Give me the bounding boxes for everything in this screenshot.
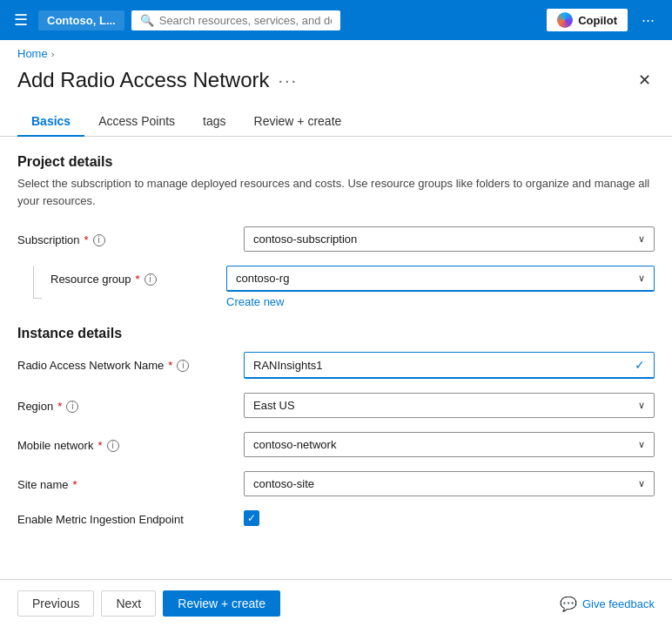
instance-details-section: Instance details Radio Access Network Na… [17, 326, 655, 526]
next-button[interactable]: Next [101, 590, 156, 617]
tab-basics[interactable]: Basics [17, 107, 84, 137]
subscription-required: * [84, 233, 89, 246]
site-name-dropdown[interactable]: contoso-site ∨ [244, 471, 655, 496]
resource-group-value: contoso-rg [236, 272, 289, 285]
ran-name-dropdown-control: RANInsights1 ✓ [244, 352, 655, 379]
metric-ingestion-checkbox[interactable]: ✓ [244, 510, 259, 526]
rg-info-icon[interactable]: i [144, 273, 157, 286]
mobile-network-label: Mobile network * i [17, 432, 244, 452]
tab-bar: Basics Access Points tags Review + creat… [0, 93, 672, 137]
instance-details-title: Instance details [17, 326, 655, 341]
search-bar[interactable]: 🔍 [131, 10, 341, 30]
region-dropdown-control: East US ∨ [244, 393, 655, 418]
subscription-label: Subscription * i [17, 226, 244, 246]
mobile-network-info-icon[interactable]: i [107, 440, 119, 452]
close-icon[interactable]: ✕ [635, 67, 655, 93]
subscription-field-row: Subscription * i contoso-subscription ∨ [17, 226, 655, 252]
metric-ingestion-checkbox-wrapper: ✓ [244, 510, 259, 526]
give-feedback-label: Give feedback [582, 597, 655, 610]
page-title-more-icon[interactable]: ··· [278, 71, 298, 91]
breadcrumb: Home › [0, 40, 672, 64]
rg-v-line-2 [33, 283, 34, 299]
rg-dropdown-arrow: ∨ [638, 273, 645, 284]
resource-group-label: Resource group * i [49, 266, 226, 286]
site-name-required: * [73, 478, 77, 491]
previous-button[interactable]: Previous [17, 590, 94, 617]
top-bar-more-icon[interactable]: ··· [635, 8, 662, 33]
tab-review-create[interactable]: Review + create [240, 107, 356, 137]
rg-h-line [34, 298, 42, 299]
region-label: Region * i [17, 393, 244, 413]
mobile-network-dropdown-control: contoso-network ∨ [244, 432, 655, 457]
region-dropdown[interactable]: East US ∨ [244, 393, 655, 418]
mobile-network-required: * [97, 439, 102, 452]
region-required: * [57, 400, 62, 413]
mobile-network-dropdown-arrow: ∨ [638, 439, 645, 450]
region-info-icon[interactable]: i [66, 401, 78, 413]
region-dropdown-arrow: ∨ [638, 400, 645, 411]
subscription-dropdown-control: contoso-subscription ∨ [244, 226, 655, 252]
bottom-bar: Previous Next Review + create 💬 Give fee… [0, 579, 672, 627]
site-name-value: contoso-site [253, 477, 314, 490]
give-feedback-icon: 💬 [560, 596, 577, 612]
region-value: East US [253, 399, 295, 412]
rg-corner [24, 283, 42, 299]
resource-group-dropdown[interactable]: contoso-rg ∨ [226, 266, 655, 292]
page-title-row: Add Radio Access Network ··· [17, 68, 298, 92]
tab-tags[interactable]: tags [189, 107, 239, 137]
search-input[interactable] [159, 14, 333, 27]
copilot-button[interactable]: Copilot [547, 9, 628, 31]
subscription-dropdown-arrow: ∨ [638, 233, 645, 245]
metric-ingestion-row: Enable Metric Ingestion Endpoint ✓ [17, 510, 655, 526]
top-nav-bar: ☰ Contoso, L... 🔍 Copilot ··· [0, 0, 672, 40]
subscription-dropdown[interactable]: contoso-subscription ∨ [244, 226, 655, 252]
ran-name-label: Radio Access Network Name * i [17, 352, 244, 372]
region-field-row: Region * i East US ∨ [17, 393, 655, 418]
create-new-link[interactable]: Create new [226, 295, 284, 308]
page-title: Add Radio Access Network [17, 68, 269, 92]
copilot-logo-icon [557, 12, 573, 28]
rg-indent-area: Resource group * i [17, 266, 226, 299]
ran-name-required: * [168, 359, 172, 372]
mobile-network-dropdown[interactable]: contoso-network ∨ [244, 432, 655, 457]
rg-v-line [33, 266, 34, 283]
checkbox-check-icon: ✓ [247, 512, 256, 524]
rg-indent-lines [24, 266, 42, 299]
ran-name-dropdown[interactable]: RANInsights1 ✓ [244, 352, 655, 379]
search-icon: 🔍 [140, 14, 154, 27]
ran-name-field-row: Radio Access Network Name * i RANInsight… [17, 352, 655, 379]
mobile-network-field-row: Mobile network * i contoso-network ∨ [17, 432, 655, 457]
resource-group-dropdown-control: contoso-rg ∨ Create new [226, 266, 655, 308]
ran-name-info-icon[interactable]: i [177, 360, 189, 372]
hamburger-icon[interactable]: ☰ [10, 7, 31, 33]
mobile-network-value: contoso-network [253, 438, 336, 451]
ran-name-value: RANInsights1 [253, 359, 322, 372]
project-details-desc: Select the subscription to manage deploy… [17, 175, 655, 209]
main-wrapper: Home › Add Radio Access Network ··· ✕ Ba… [0, 40, 672, 627]
site-name-dropdown-arrow: ∨ [638, 478, 645, 489]
rg-required: * [136, 273, 140, 286]
tab-access-points[interactable]: Access Points [84, 107, 189, 137]
copilot-label: Copilot [578, 14, 617, 27]
subscription-info-icon[interactable]: i [93, 234, 105, 246]
metric-ingestion-label: Enable Metric Ingestion Endpoint [17, 511, 244, 526]
review-create-button[interactable]: Review + create [163, 590, 280, 617]
give-feedback-button[interactable]: 💬 Give feedback [560, 596, 655, 612]
site-name-dropdown-control: contoso-site ∨ [244, 471, 655, 496]
breadcrumb-separator: › [51, 49, 55, 59]
resource-group-field-row: Resource group * i contoso-rg ∨ Create n… [17, 266, 655, 308]
project-details-title: Project details [17, 154, 655, 170]
form-content: Project details Select the subscription … [0, 137, 672, 579]
ran-name-check-icon: ✓ [635, 358, 645, 372]
site-name-field-row: Site name * contoso-site ∨ [17, 471, 655, 496]
brand-label[interactable]: Contoso, L... [38, 10, 124, 30]
site-name-label: Site name * [17, 471, 244, 491]
subscription-value: contoso-subscription [253, 233, 357, 246]
page-header: Add Radio Access Network ··· ✕ [0, 64, 672, 93]
breadcrumb-home[interactable]: Home [17, 47, 48, 60]
